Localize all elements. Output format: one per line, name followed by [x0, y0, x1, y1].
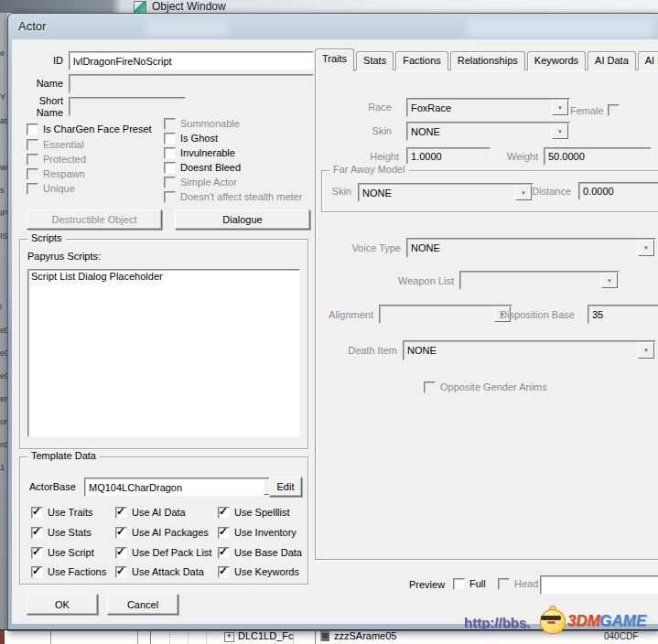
dialog-client-area: ID Name Short Name ✓Is CharGen Face Pres…	[12, 39, 658, 624]
use-def-pack-list-checkbox[interactable]: ✓Use Def Pack List	[115, 547, 211, 559]
tab-ai-data[interactable]: AI Data	[588, 51, 636, 70]
distance-field: 0.0000	[578, 182, 658, 200]
weight-field: 50.0000	[544, 147, 652, 166]
script-list-item[interactable]: Script List Dialog Placeholder	[31, 271, 297, 282]
use-ai-data-checkbox[interactable]: ✓Use AI Data	[115, 507, 186, 519]
clipped-text-fragment: e0	[0, 349, 7, 358]
summonable-checkbox: ✓Summonable	[164, 118, 240, 130]
name-field	[69, 74, 314, 93]
alignment-label: Alignment	[326, 309, 373, 320]
protected-checkbox: ✓Protected	[27, 154, 86, 166]
column-divider	[315, 629, 316, 644]
doesnt-bleed-checkbox[interactable]: ✓Doesnt Bleed	[164, 162, 241, 174]
female-checkbox	[608, 104, 624, 116]
death-item-combobox: NONE ▼	[403, 340, 656, 360]
clipped-text-fragment: e0	[0, 372, 7, 381]
tree-expand-icon[interactable]: +	[224, 632, 234, 642]
voice-type-combobox: NONE ▼	[406, 238, 656, 258]
tree-guide-line	[169, 629, 170, 644]
tree-item-zzzsarame05[interactable]: zzzSArame05	[334, 630, 396, 641]
height-label: Height	[346, 151, 399, 162]
voice-type-dropdown-arrow-icon: ▼	[638, 240, 654, 256]
preview-full-checkbox[interactable]: Full	[453, 578, 486, 590]
far-away-skin-combobox: NONE ▼	[358, 183, 534, 202]
scripts-group: Scripts Papyrus Scripts: Script List Dia…	[19, 239, 308, 449]
clipped-text-fragment: om	[0, 418, 7, 426]
chargen-face-preset-checkbox[interactable]: ✓Is CharGen Face Preset	[27, 123, 152, 135]
use-attack-data-checkbox[interactable]: ✓Use Attack Data	[115, 566, 204, 578]
dialogue-button[interactable]: Dialogue	[175, 209, 310, 230]
preview-label: Preview	[409, 579, 445, 590]
clipped-text-fragment: w/	[0, 164, 7, 172]
cancel-button[interactable]: Cancel	[107, 594, 178, 615]
race-value: FoxRace	[411, 102, 451, 113]
destructible-object-button: Destructible Object	[27, 209, 162, 230]
actor-dialog: Actor ID Name Short Name ✓Is CharGen Fac…	[7, 13, 658, 631]
use-spelllist-checkbox[interactable]: ✓Use Spelllist	[218, 507, 290, 519]
simple-actor-checkbox: ✓Simple Actor	[164, 177, 237, 188]
object-window-icon	[134, 1, 146, 14]
dialog-title: Actor	[18, 19, 46, 33]
tab-relationships[interactable]: Relationships	[450, 51, 525, 70]
clipped-text-fragment: 1	[0, 464, 5, 472]
tab-traits[interactable]: Traits	[315, 48, 354, 71]
use-stats-checkbox[interactable]: ✓Use Stats	[31, 527, 92, 539]
clipped-text-fragment: n0	[0, 441, 7, 449]
death-item-label: Death Item	[341, 345, 397, 356]
tab-factions[interactable]: Factions	[395, 51, 448, 70]
use-traits-checkbox[interactable]: ✓Use Traits	[31, 507, 93, 519]
use-keywords-checkbox[interactable]: ✓Use Keywords	[218, 566, 299, 578]
opposite-gender-anims-checkbox: Opposite Gender Anims	[424, 381, 547, 393]
far-away-skin-label: Skin	[329, 186, 351, 197]
disposition-base-field: 35	[588, 305, 658, 324]
actorbase-label: ActorBase	[29, 481, 76, 492]
edit-button[interactable]: Edit	[269, 477, 302, 497]
death-item-dropdown-arrow-icon: ▼	[638, 342, 654, 359]
tab-keywords[interactable]: Keywords	[527, 51, 586, 70]
clipped-text-fragment: IP	[0, 209, 7, 218]
template-data-group: Template Data ActorBase MQ104LCharDragon…	[19, 456, 308, 585]
unique-checkbox: ✓Unique	[27, 183, 75, 195]
use-ai-packages-checkbox[interactable]: ✓Use AI Packages	[115, 527, 209, 539]
ok-button[interactable]: OK	[27, 594, 98, 615]
tab-stats[interactable]: Stats	[356, 51, 394, 70]
id-field-wrap	[69, 51, 314, 70]
far-away-skin-value: NONE	[362, 188, 392, 199]
watermark-game-logo: GAME	[599, 612, 646, 630]
is-ghost-checkbox[interactable]: ✓Is Ghost	[164, 133, 218, 145]
invulnerable-checkbox[interactable]: ✓Invulnerable	[164, 147, 235, 159]
use-inventory-checkbox[interactable]: ✓Use Inventory	[218, 527, 297, 539]
name-label: Name	[27, 78, 63, 89]
watermark-3dm-logo: 3DM	[567, 612, 600, 630]
tree-item-dlc1ld[interactable]: DLC1LD_Fc	[238, 630, 294, 641]
column-divider	[50, 629, 51, 644]
use-base-data-checkbox[interactable]: ✓Use Base Data	[218, 547, 302, 559]
id-input[interactable]	[73, 56, 309, 67]
preview-head-checkbox: Head	[498, 578, 538, 590]
race-combobox: FoxRace ▼	[406, 98, 570, 117]
clipped-text-fragment: s	[0, 187, 5, 195]
3dm-chick-mascot-icon	[538, 606, 566, 634]
actorbase-combobox[interactable]: MQ104LCharDragon ▼	[84, 478, 282, 497]
skin-value: NONE	[411, 126, 440, 137]
female-label: Female	[570, 105, 604, 116]
papyrus-scripts-listbox[interactable]: Script List Dialog Placeholder	[27, 269, 300, 437]
tab-ai-packages[interactable]: AI Packages	[638, 51, 658, 70]
clipped-text-fragment: at	[0, 117, 7, 125]
use-factions-checkbox[interactable]: ✓Use Factions	[31, 566, 106, 578]
actor-tab-strip: Traits Stats Factions Relationships Keyw…	[315, 48, 658, 70]
clipped-text-fragment: IS	[0, 232, 7, 241]
scripts-group-label: Scripts	[27, 232, 66, 243]
tree-guide-line	[188, 629, 189, 644]
preview-field[interactable]	[540, 575, 658, 595]
id-label: ID	[38, 55, 63, 66]
height-field: 1.0000	[406, 147, 491, 166]
column-divider	[150, 629, 151, 644]
clipped-text-fragment: l	[0, 304, 2, 312]
dialog-titlebar[interactable]: Actor	[8, 14, 658, 39]
distance-label: Distance	[527, 186, 571, 197]
use-script-checkbox[interactable]: ✓Use Script	[31, 547, 94, 559]
voice-type-value: NONE	[411, 242, 440, 253]
death-item-value: NONE	[407, 345, 437, 356]
template-data-group-label: Template Data	[27, 450, 100, 461]
